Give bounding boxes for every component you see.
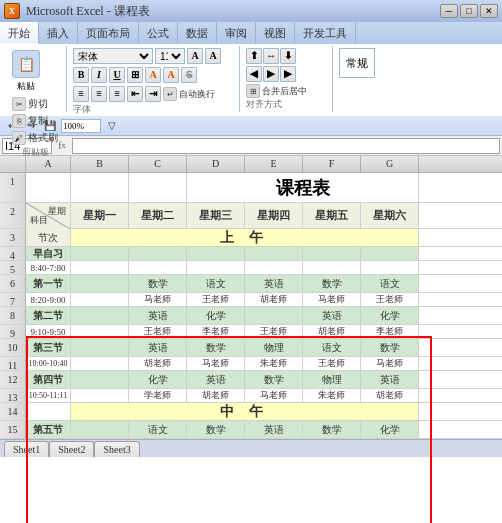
cell-f6[interactable]: 数学 — [303, 275, 361, 292]
cell-d10[interactable]: 数学 — [187, 339, 245, 356]
tab-insert[interactable]: 插入 — [39, 22, 78, 44]
halign-left-button[interactable]: ◀ — [246, 66, 262, 82]
copy-button[interactable]: ⎘ 复制 — [10, 113, 60, 129]
cell-c12[interactable]: 化学 — [129, 371, 187, 388]
font-grow-button[interactable]: A — [187, 48, 203, 64]
cell-b10[interactable] — [71, 339, 129, 356]
border-button[interactable]: ⊞ — [127, 67, 143, 83]
cell-c2[interactable]: 星期二 — [129, 203, 187, 228]
cell-b1[interactable] — [71, 173, 129, 202]
valign-mid-button[interactable]: ↔ — [263, 48, 279, 64]
tab-data[interactable]: 数据 — [178, 22, 217, 44]
sheet-tab-2[interactable]: Sheet2 — [49, 441, 94, 457]
cell-d13[interactable]: 胡老师 — [187, 389, 245, 402]
cell-e4[interactable] — [245, 247, 303, 260]
cell-a10[interactable]: 第三节 — [26, 339, 71, 356]
cell-g13[interactable]: 胡老师 — [361, 389, 419, 402]
cell-f5[interactable] — [303, 261, 361, 274]
cell-a2[interactable]: 星期 科目 — [26, 203, 71, 229]
underline-button[interactable]: U — [109, 67, 125, 83]
cell-a14[interactable] — [26, 403, 71, 420]
cell-g8[interactable]: 化学 — [361, 307, 419, 324]
cell-b8[interactable] — [71, 307, 129, 324]
cell-d7[interactable]: 王老师 — [187, 293, 245, 306]
cell-e5[interactable] — [245, 261, 303, 274]
format-painter-button[interactable]: 🖌 格式刷 — [10, 130, 60, 146]
cell-b13[interactable] — [71, 389, 129, 402]
cell-f2[interactable]: 星期五 — [303, 203, 361, 228]
font-name-select[interactable]: 宋体 — [73, 48, 153, 64]
cell-c6[interactable]: 数学 — [129, 275, 187, 292]
close-button[interactable]: ✕ — [480, 4, 498, 18]
cell-b2[interactable]: 星期一 — [71, 203, 129, 228]
cell-g2[interactable]: 星期六 — [361, 203, 419, 228]
align-center-button[interactable]: ≡ — [91, 86, 107, 102]
indent-inc-button[interactable]: ⇥ — [145, 86, 161, 102]
cell-e2[interactable]: 星期四 — [245, 203, 303, 228]
cell-f12[interactable]: 物理 — [303, 371, 361, 388]
cell-a7[interactable]: 8:20-9:00 — [26, 293, 71, 306]
cell-c15[interactable]: 语文 — [129, 421, 187, 438]
cell-f15[interactable]: 数学 — [303, 421, 361, 438]
formula-input[interactable] — [72, 138, 500, 154]
cell-f7[interactable]: 马老师 — [303, 293, 361, 306]
col-header-b[interactable]: B — [71, 156, 129, 172]
cell-g7[interactable]: 王老师 — [361, 293, 419, 306]
align-right-button[interactable]: ≡ — [109, 86, 125, 102]
font-shrink-button[interactable]: A — [205, 48, 221, 64]
cell-d11[interactable]: 马老师 — [187, 357, 245, 370]
cell-e6[interactable]: 英语 — [245, 275, 303, 292]
font-size-select[interactable]: 11 — [155, 48, 185, 64]
font-color-button[interactable]: A — [163, 67, 179, 83]
cell-e12[interactable]: 数学 — [245, 371, 303, 388]
sheet-tab-3[interactable]: Sheet3 — [94, 441, 139, 457]
cell-e7[interactable]: 胡老师 — [245, 293, 303, 306]
cell-d4[interactable] — [187, 247, 245, 260]
cell-f9[interactable]: 胡老师 — [303, 325, 361, 338]
minimize-button[interactable]: ─ — [440, 4, 458, 18]
merge-center-button[interactable]: ⊞ 合并后居中 — [246, 84, 326, 98]
cell-g11[interactable]: 马老师 — [361, 357, 419, 370]
cell-d6[interactable]: 语文 — [187, 275, 245, 292]
halign-right-button[interactable]: ▶ — [280, 66, 296, 82]
cell-d15[interactable]: 数学 — [187, 421, 245, 438]
cell-a6[interactable]: 第一节 — [26, 275, 71, 292]
cell-c5[interactable] — [129, 261, 187, 274]
col-header-c[interactable]: C — [129, 156, 187, 172]
cell-title[interactable]: 课程表 — [187, 173, 419, 202]
valign-bot-button[interactable]: ⬇ — [280, 48, 296, 64]
bold-button[interactable]: B — [73, 67, 89, 83]
cell-f13[interactable]: 朱老师 — [303, 389, 361, 402]
cell-a5[interactable]: 8:40-7:80 — [26, 261, 71, 274]
cell-b6[interactable] — [71, 275, 129, 292]
cell-d5[interactable] — [187, 261, 245, 274]
cell-e10[interactable]: 物理 — [245, 339, 303, 356]
cell-g4[interactable] — [361, 247, 419, 260]
cell-a8[interactable]: 第二节 — [26, 307, 71, 324]
tab-review[interactable]: 审阅 — [217, 22, 256, 44]
cell-g6[interactable]: 语文 — [361, 275, 419, 292]
dropdown-button[interactable]: ▽ — [104, 118, 120, 134]
cell-b9[interactable] — [71, 325, 129, 338]
cell-f10[interactable]: 语文 — [303, 339, 361, 356]
maximize-button[interactable]: □ — [460, 4, 478, 18]
cell-c9[interactable]: 王老师 — [129, 325, 187, 338]
cell-zhongwu[interactable]: 中 午 — [71, 403, 419, 420]
valign-top-button[interactable]: ⬆ — [246, 48, 262, 64]
cell-c4[interactable] — [129, 247, 187, 260]
cell-d2[interactable]: 星期三 — [187, 203, 245, 228]
tab-developer[interactable]: 开发工具 — [295, 22, 356, 44]
cell-c13[interactable]: 学老师 — [129, 389, 187, 402]
cell-a15[interactable]: 第五节 — [26, 421, 71, 438]
cell-f11[interactable]: 王老师 — [303, 357, 361, 370]
paste-button[interactable]: 📋 粘贴 — [10, 48, 42, 95]
halign-center-button[interactable]: ▶ — [263, 66, 279, 82]
cell-a9[interactable]: 9:10-9:50 — [26, 325, 71, 338]
cell-e15[interactable]: 英语 — [245, 421, 303, 438]
cell-g10[interactable]: 数学 — [361, 339, 419, 356]
cell-c7[interactable]: 马老师 — [129, 293, 187, 306]
cell-g5[interactable] — [361, 261, 419, 274]
col-header-g[interactable]: G — [361, 156, 419, 172]
cell-b11[interactable] — [71, 357, 129, 370]
cell-d8[interactable]: 化学 — [187, 307, 245, 324]
